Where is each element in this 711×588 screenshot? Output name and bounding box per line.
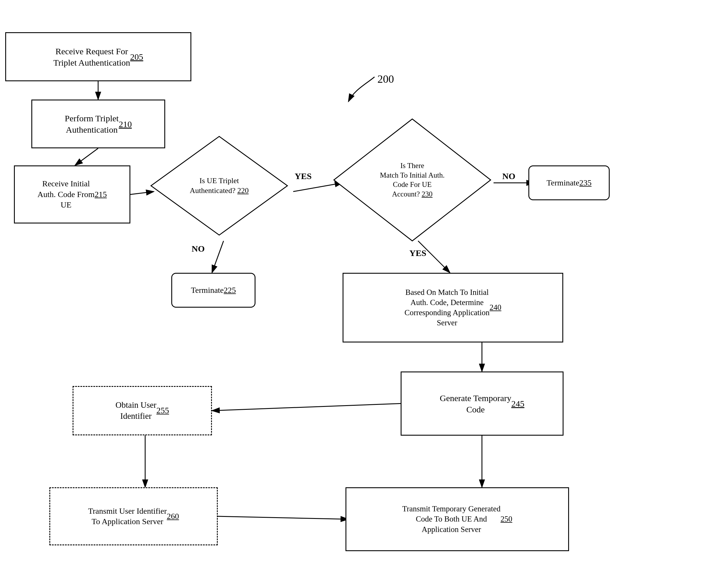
node-220: Is UE TripletAuthenticated? 220 xyxy=(148,133,290,238)
ref-215: 215 xyxy=(95,189,107,200)
label-no1: NO xyxy=(192,244,205,254)
svg-line-4 xyxy=(212,241,223,273)
ref-235: 235 xyxy=(580,178,592,188)
node-245: Generate Temporary Code 245 xyxy=(401,371,563,436)
ref-225: 225 xyxy=(224,285,236,296)
node-260: Transmit User Identifier To Application … xyxy=(49,487,218,545)
ref-260: 260 xyxy=(167,511,179,522)
ref-245: 245 xyxy=(511,398,524,409)
node-215: Receive Initial Auth. Code From UE 215 xyxy=(14,166,130,223)
node-255: Obtain User Identifier 255 xyxy=(72,386,212,435)
label-yes1: YES xyxy=(295,171,311,181)
label-no2: NO xyxy=(502,171,515,181)
label-yes2: YES xyxy=(409,248,426,258)
svg-line-2 xyxy=(75,148,98,166)
ref-200-label: 200 xyxy=(378,72,394,85)
svg-line-10 xyxy=(212,404,404,411)
ref-240: 240 xyxy=(490,302,501,312)
node-230: Is ThereMatch To Initial Auth.Code For U… xyxy=(331,116,494,244)
svg-line-12 xyxy=(218,516,348,519)
node-250: Transmit Temporary Generated Code To Bot… xyxy=(345,487,569,551)
node-240: Based On Match To Initial Auth. Code, De… xyxy=(343,273,563,343)
ref-250: 250 xyxy=(500,514,512,524)
ref-210: 210 xyxy=(119,118,132,130)
flowchart-container: Receive Request For Triplet Authenticati… xyxy=(0,0,711,588)
node-235: Terminate 235 xyxy=(529,166,610,200)
node-230-text: Is ThereMatch To Initial Auth.Code For U… xyxy=(360,161,465,199)
ref-205: 205 xyxy=(130,51,143,62)
node-205: Receive Request For Triplet Authenticati… xyxy=(5,32,191,81)
ref-255: 255 xyxy=(156,405,169,416)
node-220-text: Is UE TripletAuthenticated? 220 xyxy=(166,176,273,196)
node-225: Terminate 225 xyxy=(171,273,256,308)
node-210: Perform Triplet Authentication 210 xyxy=(31,100,165,148)
